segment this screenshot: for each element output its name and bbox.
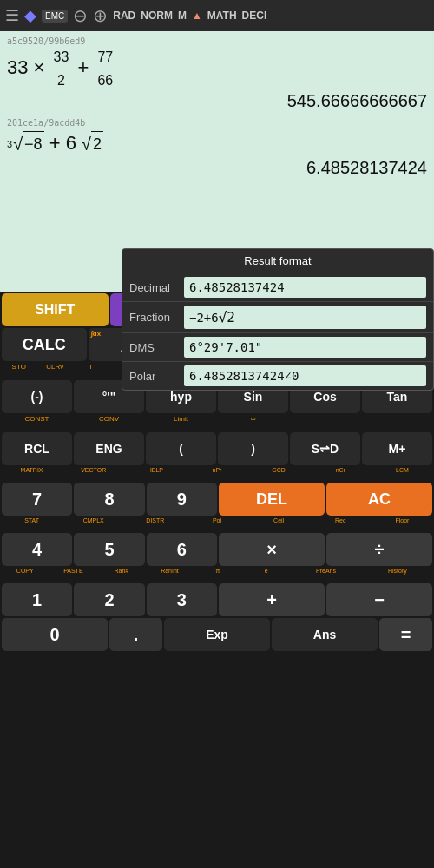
key-row-7: 0 . Exp Ans = xyxy=(2,618,432,651)
div-key[interactable]: ÷ xyxy=(326,533,432,566)
entry-2: 201ce1a/9acdd4b 3 √ −8 + 6 √ 2 6.4852813… xyxy=(7,118,427,178)
mplus-key[interactable]: M+ xyxy=(362,432,432,465)
key-9[interactable]: 9 xyxy=(147,483,217,516)
key-row-4: 7 8 9 DEL AC xyxy=(2,483,432,516)
frac-33-2: 33 2 xyxy=(52,46,71,91)
exp-key[interactable]: Exp xyxy=(164,618,270,651)
expr-1: 33 × 33 2 + 77 66 xyxy=(7,46,427,91)
ans-key[interactable]: Ans xyxy=(272,618,378,651)
key-2[interactable]: 2 xyxy=(74,583,144,616)
hash-1: a5c9520/99b6ed9 xyxy=(7,36,427,46)
sub-label-row-4: MATRIX VECTOR HELP nPr GCD nCr LCM xyxy=(2,467,432,481)
label-preans: PreAns xyxy=(291,568,360,582)
label-history: History xyxy=(363,568,432,582)
key-row-6: 1 2 3 + − xyxy=(2,583,432,616)
label-help: HELP xyxy=(125,467,185,481)
result-2: 6.48528137424 xyxy=(7,158,427,178)
popup-label-dms: DMS xyxy=(129,341,177,354)
key-5[interactable]: 5 xyxy=(74,533,144,566)
triangle-icon: ▲ xyxy=(192,10,202,22)
label-ranint: RanInt xyxy=(147,568,194,582)
label-limit: Limit xyxy=(146,415,216,431)
label-cmplx: CMPLX xyxy=(63,517,123,531)
key-7[interactable]: 7 xyxy=(2,483,72,516)
entry-1: a5c9520/99b6ed9 33 × 33 2 + 77 66 545.66… xyxy=(7,36,427,111)
popup-row-polar[interactable]: Polar 6.48528137424∠0 xyxy=(122,362,433,390)
key-0[interactable]: 0 xyxy=(2,618,108,651)
sub-label-row-6: COPY PASTE Ran# RanInt π e PreAns Histor… xyxy=(2,568,432,582)
label-ncr: nCr xyxy=(311,467,371,481)
mode-m[interactable]: M xyxy=(178,10,187,22)
label-gcd: GCD xyxy=(249,467,309,481)
label-rec: Rec xyxy=(311,517,371,531)
key-1[interactable]: 1 xyxy=(2,583,72,616)
popup-label-polar: Polar xyxy=(129,370,177,383)
label-const: CONST xyxy=(2,415,72,431)
top-bar: ☰ ◆ EMC ⊖ ⊕ RAD NORM M ▲ MATH DECI xyxy=(0,0,434,31)
rparen-key[interactable]: ) xyxy=(218,432,288,465)
ac-key[interactable]: AC xyxy=(326,483,432,516)
frac-77-66: 77 66 xyxy=(95,46,115,91)
eng-key[interactable]: ENG xyxy=(74,432,144,465)
label-e: e xyxy=(243,568,290,582)
result-1: 545.66666666667 xyxy=(7,91,427,111)
key-6[interactable]: 6 xyxy=(147,533,217,566)
expr-2: 3 √ −8 + 6 √ 2 xyxy=(7,128,427,158)
label-conv: CONV xyxy=(74,415,144,431)
popup-label-fraction: Fraction xyxy=(129,311,177,324)
mode-rad[interactable]: RAD xyxy=(113,10,135,22)
mul-key[interactable]: × xyxy=(219,533,325,566)
key-row-3: RCL ENG ( ) S⇌D M+ xyxy=(2,432,432,465)
popup-row-fraction[interactable]: Fraction −2+6√2 xyxy=(122,302,433,333)
label-matrix: MATRIX xyxy=(2,467,62,481)
label-stat: STAT xyxy=(2,517,62,531)
mode-deci[interactable]: DECI xyxy=(242,10,267,22)
label-ceil: Ceil xyxy=(249,517,309,531)
plus-key[interactable]: + xyxy=(219,583,325,616)
del-key[interactable]: DEL xyxy=(219,483,325,516)
result-format-popup: Result format Decimal 6.48528137424 Frac… xyxy=(122,248,434,391)
sto-eq-key[interactable]: S⇌D xyxy=(290,432,360,465)
display-area: a5c9520/99b6ed9 33 × 33 2 + 77 66 545.66… xyxy=(0,31,434,292)
hash-2: 201ce1a/9acdd4b xyxy=(7,118,427,128)
label-pol: Pol xyxy=(187,517,247,531)
plus-circle-icon[interactable]: ⊕ xyxy=(93,5,108,26)
label-floor: Floor xyxy=(372,517,432,531)
emc-icon[interactable]: EMC xyxy=(42,10,68,23)
mode-norm[interactable]: NORM xyxy=(141,10,173,22)
calc-key[interactable]: CALC xyxy=(2,328,87,361)
popup-row-decimal[interactable]: Decimal 6.48528137424 xyxy=(122,273,433,302)
label-pi: π xyxy=(194,568,241,582)
label-copy: COPY xyxy=(2,568,49,582)
label-clrv: CLRv xyxy=(38,363,73,378)
lparen-key[interactable]: ( xyxy=(146,432,216,465)
popup-label-decimal: Decimal xyxy=(129,281,177,294)
key-4[interactable]: 4 xyxy=(2,533,72,566)
label-npr: nPr xyxy=(187,467,247,481)
key-8[interactable]: 8 xyxy=(74,483,144,516)
menu-icon[interactable]: ☰ xyxy=(5,6,19,25)
shift-key[interactable]: SHIFT xyxy=(2,293,108,326)
label-lcm: LCM xyxy=(372,467,432,481)
minus-circle-icon[interactable]: ⊖ xyxy=(73,5,88,26)
mode-math[interactable]: MATH xyxy=(207,10,237,22)
label-inf: ∞ xyxy=(218,415,288,431)
sub-label-row-3: CONST CONV Limit ∞ xyxy=(2,415,432,431)
popup-value-polar: 6.48528137424∠0 xyxy=(184,365,426,386)
popup-row-dms[interactable]: DMS 6°29'7.01" xyxy=(122,333,433,362)
key-dot[interactable]: . xyxy=(109,618,162,651)
popup-value-fraction: −2+6√2 xyxy=(184,306,426,329)
minus-key[interactable]: − xyxy=(326,583,432,616)
label-i: i xyxy=(74,363,108,378)
eq-key[interactable]: = xyxy=(379,618,432,651)
key-3[interactable]: 3 xyxy=(147,583,217,616)
label-vector: VECTOR xyxy=(63,467,123,481)
neg-key[interactable]: (-) xyxy=(2,380,72,413)
popup-value-dms: 6°29'7.01" xyxy=(184,337,426,358)
label-ran: Ran# xyxy=(98,568,145,582)
label-sto: STO xyxy=(2,363,36,378)
rcl-key[interactable]: RCL xyxy=(2,432,72,465)
key-row-5: 4 5 6 × ÷ xyxy=(2,533,432,566)
diamond-icon[interactable]: ◆ xyxy=(24,6,36,25)
sub-label-row-5: STAT CMPLX DISTR Pol Ceil Rec Floor xyxy=(2,517,432,531)
